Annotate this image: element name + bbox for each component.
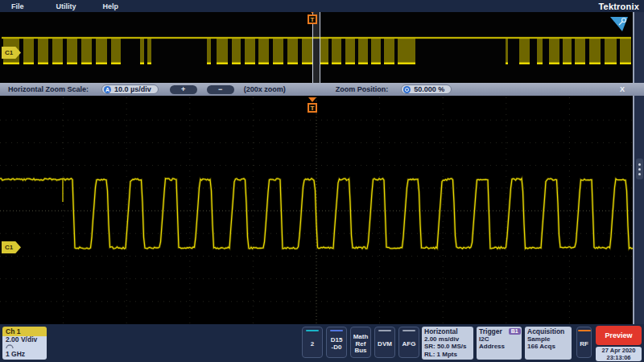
- drag-handle-icon[interactable]: [636, 158, 643, 179]
- acquisition-title: Acquisition: [527, 327, 572, 335]
- horizontal-panel[interactable]: Horizontal 2.00 ms/div SR: 50.0 MS/s RL:…: [422, 327, 473, 360]
- trigger-source: Address: [479, 343, 522, 350]
- dvm-button[interactable]: DVM: [374, 327, 395, 358]
- datetime-badge[interactable]: 27 Apr 2020 23:13:06: [596, 347, 642, 361]
- trigger-type: I2C: [479, 335, 522, 343]
- acquisition-mode: Sample: [527, 335, 572, 343]
- knob-ring-icon: [403, 86, 411, 93]
- zoom-position-text: 50.000 %: [414, 85, 444, 93]
- horizontal-scale: 2.00 ms/div: [424, 335, 473, 343]
- trigger-arrow-icon: [308, 97, 316, 102]
- afg-button[interactable]: AFG: [398, 327, 419, 358]
- channel1-badge[interactable]: Ch 1 2.00 V/div 1 GHz: [2, 327, 47, 360]
- channel1-scale: 2.00 V/div: [6, 336, 47, 343]
- channel2-button[interactable]: 2: [302, 327, 323, 358]
- oscilloscope-screen: File Utility Help Tektronix C1 T Horizon…: [0, 0, 644, 362]
- coupling-icon: [6, 344, 14, 349]
- main-waveform: [0, 97, 633, 324]
- main-trigger-flag-icon[interactable]: T: [308, 97, 317, 113]
- math-ref-bus-button[interactable]: Math Ref Bus: [350, 327, 371, 358]
- zoom-scale-label: Horizontal Zoom Scale:: [8, 85, 89, 93]
- digital-d15-d0-button[interactable]: D15 -D0: [326, 327, 347, 358]
- zoom-in-button[interactable]: +: [170, 85, 197, 94]
- menu-help[interactable]: Help: [103, 2, 119, 10]
- zoom-factor-label: (200x zoom): [244, 85, 286, 93]
- trigger-title: Trigger: [479, 327, 502, 335]
- time-text: 23:13:06: [596, 355, 642, 362]
- menu-file[interactable]: File: [11, 2, 24, 10]
- horizontal-title: Horizontal: [424, 327, 473, 335]
- status-bar: Ch 1 2.00 V/div 1 GHz 2 D15 -D0 Math Ref…: [0, 324, 644, 362]
- rf-button[interactable]: RF: [576, 327, 592, 358]
- preview-button[interactable]: Preview: [596, 326, 642, 345]
- knob-a-icon: A: [104, 86, 111, 93]
- zoom-scale-value[interactable]: A 10.0 µs/div: [101, 84, 159, 94]
- channel1-bandwidth: 1 GHz: [6, 351, 47, 358]
- trigger-panel[interactable]: Trigger B1 I2C Address: [477, 327, 522, 360]
- close-icon[interactable]: X: [620, 85, 625, 93]
- record-length: RL: 1 Mpts: [424, 351, 473, 358]
- zoom-box-icon[interactable]: [609, 14, 630, 34]
- zoom-scale-text: 10.0 µs/div: [114, 85, 151, 93]
- zoom-position-value[interactable]: 50.000 %: [401, 84, 452, 94]
- horizontal-zoom-bar: Horizontal Zoom Scale: A 10.0 µs/div + −…: [0, 83, 644, 96]
- menu-utility[interactable]: Utility: [56, 2, 76, 10]
- acquisition-count: 166 Acqs: [527, 343, 572, 350]
- waveform-overview[interactable]: C1 T: [0, 12, 633, 83]
- acquisition-panel[interactable]: Acquisition Sample 166 Acqs: [525, 327, 572, 360]
- results-bar-strip: [633, 12, 644, 324]
- zoom-position-label: Zoom Position:: [336, 85, 389, 93]
- tektronix-logo: Tektronix: [599, 2, 640, 11]
- trigger-b1-badge: B1: [509, 328, 521, 335]
- menu-bar: File Utility Help Tektronix: [0, 0, 644, 12]
- zoom-out-button[interactable]: −: [207, 85, 234, 94]
- main-waveform-display[interactable]: T C1: [0, 97, 633, 324]
- sample-rate: SR: 50.0 MS/s: [424, 343, 473, 350]
